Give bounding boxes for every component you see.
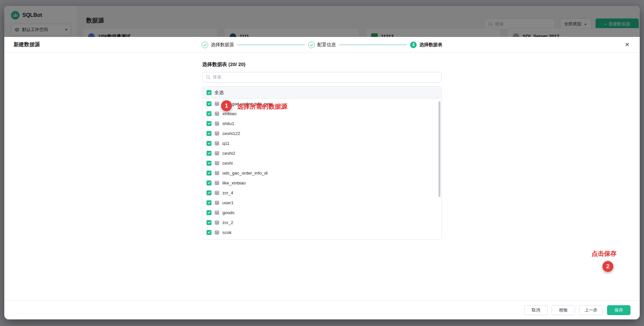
table-icon <box>214 210 219 215</box>
table-icon <box>214 101 219 106</box>
table-icon <box>214 190 219 195</box>
table-icon <box>214 141 219 146</box>
step-label: 配置信息 <box>317 42 336 48</box>
select-all-label: 全选 <box>214 90 224 96</box>
table-name: ceshi2 <box>222 151 235 156</box>
table-row[interactable]: ceshi2 <box>203 148 441 158</box>
table-icon <box>214 131 219 136</box>
stepper: 选择数据源 配置信息 3 选择数据表 <box>4 37 640 53</box>
table-checkbox[interactable] <box>207 180 211 185</box>
table-row[interactable]: scok <box>203 227 441 237</box>
annotation-badge-1: 1 <box>221 100 232 111</box>
select-all-checkbox[interactable] <box>207 90 211 95</box>
table-list-viewport[interactable]: ods_gac_order_info_new xinbiao <box>203 99 441 240</box>
table-checkbox[interactable] <box>207 200 211 205</box>
step-label: 选择数据源 <box>211 42 234 48</box>
search-icon <box>206 75 210 80</box>
table-icon <box>214 111 219 116</box>
step-select-tables: 3 选择数据表 <box>410 42 442 48</box>
table-row[interactable]: user1 <box>203 198 441 208</box>
table-name: zcr_2 <box>222 220 233 225</box>
close-icon[interactable]: ✕ <box>623 41 631 49</box>
table-name: q11 <box>222 141 230 146</box>
table-checkbox[interactable] <box>207 111 211 116</box>
table-icon <box>214 230 219 235</box>
step-connector <box>339 45 407 45</box>
table-row[interactable]: ceshi122 <box>203 128 441 138</box>
table-row[interactable]: shitu1 <box>203 118 441 128</box>
step-number-badge: 3 <box>410 42 417 48</box>
table-name: scok <box>222 230 232 235</box>
table-checkbox[interactable] <box>207 131 211 136</box>
table-name: ods_gac_order_info_di <box>222 171 268 176</box>
table-row[interactable]: like_xinbiao <box>203 178 441 188</box>
step-done-check-icon <box>202 42 208 48</box>
table-checkbox[interactable] <box>207 190 211 195</box>
select-tables-title: 选择数据表 (20/ 20) <box>202 61 442 68</box>
save-button[interactable]: 保存 <box>607 305 630 315</box>
table-name: xinbiao <box>222 111 237 116</box>
table-search-input[interactable]: 搜索 <box>202 72 442 82</box>
table-icon <box>214 220 219 225</box>
step-configure-info: 配置信息 <box>308 42 336 48</box>
table-icon <box>214 180 219 185</box>
table-checkbox[interactable] <box>207 230 211 235</box>
table-row[interactable]: ods_gac_order_info_di <box>203 168 441 178</box>
table-name: shitu1 <box>222 121 234 126</box>
annotation-badge-2: 2 <box>602 261 613 272</box>
step-connector <box>237 45 305 45</box>
annotation-text-2: 点击保存 <box>592 249 617 258</box>
table-row[interactable]: zcr_2 <box>203 217 441 227</box>
table-icon <box>214 161 219 166</box>
step-label: 选择数据表 <box>419 42 442 48</box>
modal-footer: 取消 校验 上一步 保存 <box>4 300 640 319</box>
table-checkbox[interactable] <box>207 151 211 156</box>
modal-title: 新建数据源 <box>14 41 40 48</box>
table-checkbox[interactable] <box>207 101 211 106</box>
table-icon <box>214 200 219 205</box>
select-all-row[interactable]: 全选 <box>203 87 441 99</box>
table-icon <box>214 121 219 126</box>
modal-body: 选择数据表 (20/ 20) 搜索 全选 <box>4 53 640 300</box>
table-row[interactable]: ceshi <box>203 158 441 168</box>
table-checkbox[interactable] <box>207 240 211 240</box>
table-checkbox[interactable] <box>207 161 211 166</box>
table-checkbox[interactable] <box>207 210 211 215</box>
step-done-check-icon <box>308 42 315 48</box>
previous-step-button[interactable]: 上一步 <box>579 305 603 315</box>
table-row[interactable]: zcr_4 <box>203 188 441 198</box>
app-window: SQLBot 默认工作空间 ▼ 数据源 搜索 <box>4 6 640 319</box>
modal-header: 新建数据源 选择数据源 配置信息 3 <box>4 37 640 53</box>
table-name: like_xinbiao <box>222 180 246 185</box>
table-name: goods <box>222 210 235 215</box>
table-name: ceshi <box>222 161 233 166</box>
scrollbar-thumb[interactable] <box>438 101 440 197</box>
table-icon <box>214 151 219 156</box>
validate-button[interactable]: 校验 <box>552 305 575 315</box>
table-row[interactable]: goods <box>203 208 441 217</box>
table-rows: ods_gac_order_info_new xinbiao <box>203 99 441 240</box>
table-checkbox[interactable] <box>207 121 211 126</box>
new-datasource-modal: 新建数据源 选择数据源 配置信息 3 <box>4 37 640 319</box>
table-name: ceshi122 <box>222 131 240 136</box>
table-row[interactable]: q11 <box>203 138 441 148</box>
table-checkbox[interactable] <box>207 220 211 225</box>
table-checkbox[interactable] <box>207 171 211 176</box>
table-icon <box>214 171 219 176</box>
cancel-button[interactable]: 取消 <box>524 305 548 315</box>
annotation-text-1: 选择所需的数据源 <box>237 102 287 111</box>
table-name: zcr_4 <box>222 190 233 195</box>
step-select-datasource: 选择数据源 <box>202 42 234 48</box>
search-placeholder: 搜索 <box>213 74 221 80</box>
table-icon <box>214 240 219 240</box>
table-name: user1 <box>222 200 234 205</box>
table-row[interactable] <box>203 237 441 240</box>
table-checkbox[interactable] <box>207 141 211 146</box>
